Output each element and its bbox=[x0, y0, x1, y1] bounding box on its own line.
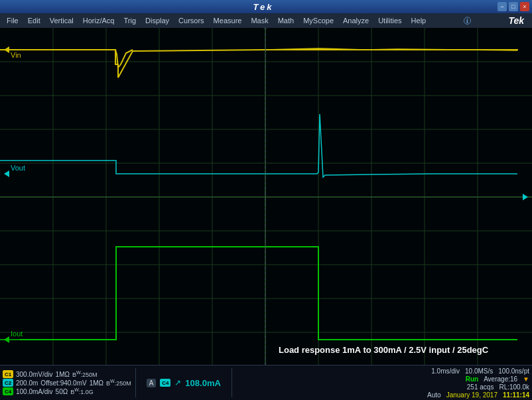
svg-text:Load response 1mA to 300mA / 2: Load response 1mA to 300mA / 2.5V input … bbox=[279, 345, 489, 355]
divider-1 bbox=[135, 368, 136, 397]
menubar: File Edit Vertical Horiz/Acq Trig Displa… bbox=[0, 13, 532, 28]
tek-brand-logo: Tek bbox=[508, 15, 529, 26]
menu-edit[interactable]: Edit bbox=[24, 15, 44, 26]
menu-myscope[interactable]: MyScope bbox=[299, 15, 338, 26]
average-label: Average:16 bbox=[484, 375, 517, 383]
ch2-offset: Offset:940.0mV bbox=[40, 379, 86, 387]
triangle-icon: ▼ bbox=[523, 375, 529, 383]
menu-file[interactable]: File bbox=[3, 15, 23, 26]
menu-help[interactable]: Help bbox=[407, 15, 431, 26]
ch2-impedance: 1MΩ bbox=[90, 379, 103, 387]
sample-rate: 10.0MS/s bbox=[465, 367, 493, 375]
ch1-status: C1 300.0mV/div 1MΩ BW:250M C2 200.0m Off… bbox=[3, 367, 131, 399]
meas-ch4-badge: C4 bbox=[160, 379, 170, 387]
meas-badge-a: A bbox=[147, 379, 157, 387]
menu-analyze[interactable]: Analyze bbox=[339, 15, 373, 26]
ch2-badge[interactable]: C2 bbox=[3, 379, 13, 387]
run-status: Run bbox=[466, 375, 478, 383]
record-length: 100.0ns/pt bbox=[498, 367, 529, 375]
measurement-value: 108.0mA bbox=[185, 378, 220, 388]
svg-text:Iout: Iout bbox=[11, 330, 23, 338]
ch1-scale: 300.0mV/div bbox=[16, 371, 53, 378]
menu-cursors[interactable]: Cursors bbox=[174, 15, 208, 26]
ch1-badge[interactable]: C1 bbox=[3, 370, 13, 378]
menu-mask[interactable]: Mask bbox=[247, 15, 272, 26]
time-section: 1.0ms/div 10.0MS/s 100.0ns/pt Run Averag… bbox=[427, 367, 529, 399]
menu-display[interactable]: Display bbox=[141, 15, 173, 26]
svg-marker-23 bbox=[523, 194, 528, 200]
auto-status: Auto bbox=[427, 391, 441, 399]
menu-trig[interactable]: Trig bbox=[119, 15, 140, 26]
ch2-bw: BW:250M bbox=[106, 379, 131, 387]
rl-info: RL:100.0k bbox=[499, 383, 529, 391]
ch4-impedance: 50Ω bbox=[56, 388, 68, 395]
ch4-bw: BW:1.0G bbox=[70, 387, 94, 395]
scope-display: Vin Vout Iout Load response 1mA to 300mA… bbox=[0, 28, 532, 365]
menu-vertical[interactable]: Vertical bbox=[46, 15, 78, 26]
close-button[interactable]: × bbox=[520, 2, 529, 11]
scope-grid: Vin Vout Iout Load response 1mA to 300mA… bbox=[0, 28, 532, 365]
menu-horizacq[interactable]: Horiz/Acq bbox=[79, 15, 119, 26]
svg-text:Vout: Vout bbox=[11, 164, 25, 172]
ch4-badge[interactable]: C4 bbox=[3, 387, 13, 395]
minimize-button[interactable]: − bbox=[498, 2, 507, 11]
menu-measure[interactable]: Measure bbox=[210, 15, 246, 26]
ch2-scale: 200.0m bbox=[16, 379, 38, 387]
menu-utilities[interactable]: Utilities bbox=[374, 15, 405, 26]
timebase-value: 1.0ms/div bbox=[431, 367, 460, 375]
ch4-scale: 100.0mA/div bbox=[16, 388, 53, 395]
titlebar-brand: Tek bbox=[253, 2, 274, 12]
statusbar: C1 300.0mV/div 1MΩ BW:250M C2 200.0m Off… bbox=[0, 365, 532, 400]
ch1-bw: BW:250M bbox=[72, 370, 98, 378]
svg-marker-24 bbox=[4, 336, 9, 343]
menu-math[interactable]: Math bbox=[274, 15, 298, 26]
titlebar: Tek − □ × bbox=[0, 0, 532, 13]
divider-2 bbox=[232, 368, 232, 397]
svg-marker-22 bbox=[4, 170, 9, 177]
svg-text:Vin: Vin bbox=[11, 51, 21, 59]
svg-rect-0 bbox=[0, 28, 532, 365]
time-display: 11:11:14 bbox=[503, 391, 529, 399]
ch1-impedance: 1MΩ bbox=[56, 371, 70, 378]
titlebar-controls: − □ × bbox=[498, 2, 529, 11]
measurement-section: A C4 ↗ 108.0mA bbox=[147, 367, 221, 399]
maximize-button[interactable]: □ bbox=[509, 2, 518, 11]
acq-count: 251 acqs bbox=[467, 383, 494, 391]
date-display: January 19, 2017 bbox=[446, 391, 498, 399]
svg-marker-21 bbox=[4, 46, 9, 53]
info-icon: 🛈 bbox=[463, 16, 472, 26]
meas-arrow-icon: ↗ bbox=[174, 378, 181, 387]
